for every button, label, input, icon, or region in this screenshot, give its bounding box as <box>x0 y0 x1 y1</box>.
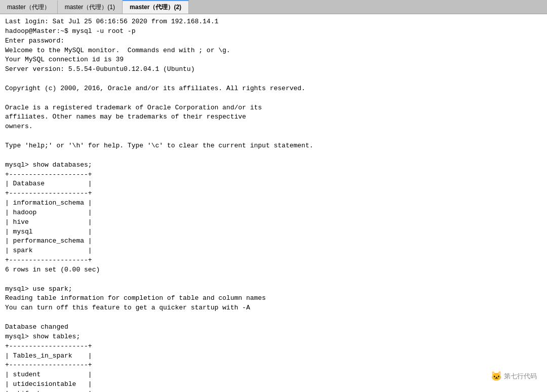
watermark: 🐱 第七行代码 <box>491 371 537 382</box>
tab-1[interactable]: master（代理） <box>0 0 58 14</box>
watermark-text: 第七行代码 <box>504 372 537 381</box>
terminal-content: Last login: Sat Jul 25 06:16:56 2020 fro… <box>5 17 542 392</box>
tab-2[interactable]: master（代理）(1) <box>58 0 123 14</box>
tab-3[interactable]: master（代理）(2) <box>123 0 189 14</box>
tab-bar: master（代理） master（代理）(1) master（代理）(2) <box>0 0 547 14</box>
terminal-area: Last login: Sat Jul 25 06:16:56 2020 fro… <box>0 14 547 392</box>
